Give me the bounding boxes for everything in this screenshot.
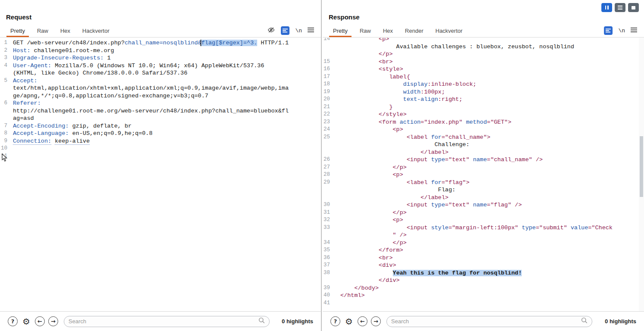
- tab-hackvertor[interactable]: Hackvertor: [429, 24, 469, 37]
- hide-eye-icon[interactable]: [267, 26, 275, 35]
- code-line[interactable]: 29 <label for="flag">: [323, 179, 644, 187]
- code-line[interactable]: 39 </body>: [323, 284, 644, 292]
- code-line[interactable]: 15 <br>: [323, 58, 644, 66]
- code-line[interactable]: </label>: [323, 194, 644, 202]
- code-line[interactable]: (KHTML, like Gecko) Chrome/138.0.0.0 Saf…: [0, 69, 321, 77]
- search-next-icon[interactable]: →: [48, 316, 58, 326]
- code-line[interactable]: 22 </style>: [323, 111, 644, 119]
- code-line[interactable]: ge/apng,*/*;q=0.8,application/signed-exc…: [0, 92, 321, 100]
- code-line[interactable]: 21 }: [323, 103, 644, 111]
- settings-gear-icon[interactable]: ⚙: [21, 316, 31, 326]
- code-line[interactable]: Available challenges : bluebox, zeusbot,…: [323, 43, 644, 51]
- code-line[interactable]: 24 <p>: [323, 126, 644, 134]
- code-line[interactable]: 36 <br>: [323, 254, 644, 262]
- code-line[interactable]: 23 <form action="index.php" method="GET"…: [323, 119, 644, 126]
- code-line[interactable]: 19 width:100px;: [323, 88, 644, 96]
- code-segment: </p>: [340, 209, 407, 216]
- code-line[interactable]: 2Host: challenge01.root-me.org: [0, 47, 321, 55]
- code-line[interactable]: 14 <p>: [323, 38, 644, 43]
- editor-menu-icon[interactable]: [308, 27, 314, 34]
- line-number: 34: [323, 239, 330, 247]
- line-text: Accept-Encoding: gzip, deflate, br: [13, 122, 131, 130]
- code-line[interactable]: Challenge:: [323, 141, 644, 149]
- code-line[interactable]: ag=asd: [0, 115, 321, 122]
- code-segment: " />: [340, 232, 407, 238]
- code-line[interactable]: 30 <input type="text" name="flag" />: [323, 201, 644, 209]
- code-line[interactable]: 4User-Agent: Mozilla/5.0 (Windows NT 10.…: [0, 62, 321, 70]
- tab-render[interactable]: Render: [399, 24, 429, 37]
- tab-hex[interactable]: Hex: [54, 24, 76, 37]
- code-line[interactable]: 25 <label for="chall_name">: [323, 134, 644, 141]
- tab-hex[interactable]: Hex: [377, 24, 399, 37]
- code-line[interactable]: 40</html>: [323, 292, 644, 300]
- code-line[interactable]: 35 </form>: [323, 247, 644, 254]
- code-line[interactable]: </div>: [323, 277, 644, 284]
- code-line[interactable]: 11: [0, 153, 321, 160]
- code-line[interactable]: " />: [323, 231, 644, 239]
- code-line[interactable]: </label>: [323, 149, 644, 156]
- code-line[interactable]: 3Upgrade-Insecure-Requests: 1: [0, 54, 321, 62]
- pause-intercept-button[interactable]: [601, 3, 612, 12]
- line-text: </style>: [340, 111, 407, 119]
- code-segment: <p>: [340, 38, 389, 42]
- code-line[interactable]: 37 <div>: [323, 262, 644, 269]
- line-text: <br>: [340, 58, 393, 66]
- newline-toggle[interactable]: \n: [295, 28, 302, 34]
- scrollbar-thumb[interactable]: [640, 136, 643, 197]
- code-line[interactable]: 34 </p>: [323, 239, 644, 247]
- code-line[interactable]: 41: [323, 300, 644, 307]
- pretty-print-icon[interactable]: [281, 26, 289, 35]
- code-line[interactable]: 38 Yeah this is the flag for nosqlblind!: [323, 269, 644, 277]
- layout-rows-button[interactable]: [615, 3, 625, 12]
- code-segment: HTTP/1.1: [257, 40, 289, 46]
- tab-raw[interactable]: Raw: [31, 24, 54, 37]
- help-icon[interactable]: ?: [8, 316, 18, 326]
- line-text: Referer:: [13, 100, 41, 107]
- code-segment: Accept:: [13, 78, 37, 84]
- response-search-input[interactable]: [391, 318, 581, 325]
- code-line[interactable]: 32 <p>: [323, 216, 644, 224]
- code-line[interactable]: 18 display:inline-block;: [323, 81, 644, 88]
- code-line[interactable]: 31 </p>: [323, 209, 644, 217]
- tab-pretty[interactable]: Pretty: [327, 24, 354, 37]
- code-line[interactable]: Flag:: [323, 186, 644, 194]
- code-line[interactable]: text/html,application/xhtml+xml,applicat…: [0, 84, 321, 92]
- tab-raw[interactable]: Raw: [354, 24, 377, 37]
- code-segment: </div>: [340, 277, 400, 284]
- code-line[interactable]: 17 label{: [323, 73, 644, 81]
- magnifier-icon: [581, 317, 588, 325]
- line-number: 6: [0, 100, 7, 107]
- request-editor[interactable]: 1GET /web-serveur/ch48/index.php?chall_n…: [0, 38, 321, 311]
- code-line[interactable]: 7Accept-Encoding: gzip, deflate, br: [0, 122, 321, 130]
- code-line[interactable]: 16 <style>: [323, 66, 644, 73]
- help-icon[interactable]: ?: [330, 316, 340, 326]
- code-line[interactable]: 26 <input type="text" name="chall_name" …: [323, 156, 644, 164]
- tab-hackvertor[interactable]: Hackvertor: [76, 24, 115, 37]
- request-search-input[interactable]: [68, 318, 258, 325]
- code-line[interactable]: 8Accept-Language: en-US,en;q=0.9,he;q=0.…: [0, 130, 321, 137]
- code-segment: <p>: [340, 172, 403, 178]
- tab-pretty[interactable]: Pretty: [4, 24, 31, 37]
- newline-toggle[interactable]: \n: [618, 28, 625, 34]
- search-next-icon[interactable]: →: [371, 316, 381, 326]
- code-line[interactable]: 5Accept:: [0, 77, 321, 85]
- response-editor[interactable]: 14 <p> Available challenges : bluebox, z…: [323, 38, 644, 311]
- layout-maximize-button[interactable]: [628, 3, 639, 12]
- code-line[interactable]: 27 </p>: [323, 164, 644, 172]
- code-segment: <input: [340, 202, 431, 208]
- settings-gear-icon[interactable]: ⚙: [344, 316, 354, 326]
- code-line[interactable]: 6Referer:: [0, 100, 321, 107]
- code-line[interactable]: 10: [0, 145, 321, 153]
- search-prev-icon[interactable]: ←: [35, 316, 45, 326]
- code-line[interactable]: http://challenge01.root-me.org/web-serve…: [0, 107, 321, 115]
- code-line[interactable]: 20 text-align:right;: [323, 96, 644, 103]
- code-line[interactable]: 9Connection: keep-alive: [0, 137, 321, 145]
- code-line[interactable]: 28 <p>: [323, 171, 644, 179]
- code-line[interactable]: 33 <input style="margin-left:100px" type…: [323, 224, 644, 232]
- request-tabs: PrettyRawHexHackvertor: [4, 24, 115, 37]
- search-prev-icon[interactable]: ←: [358, 316, 367, 326]
- editor-menu-icon[interactable]: [631, 27, 637, 34]
- code-line[interactable]: </p>: [323, 50, 644, 58]
- code-line[interactable]: 1GET /web-serveur/ch48/index.php?chall_n…: [0, 39, 321, 47]
- pretty-print-icon[interactable]: [604, 26, 613, 35]
